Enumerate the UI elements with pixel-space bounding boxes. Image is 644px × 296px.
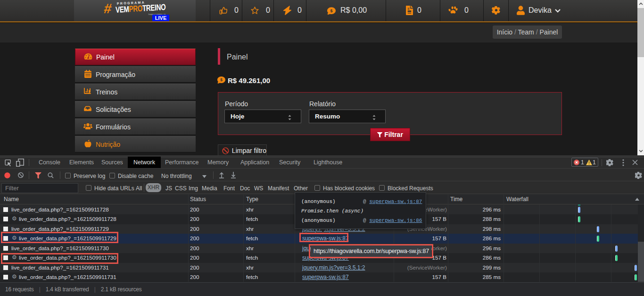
svg-text:$: $: [220, 77, 223, 82]
svg-text:$: $: [330, 8, 333, 13]
